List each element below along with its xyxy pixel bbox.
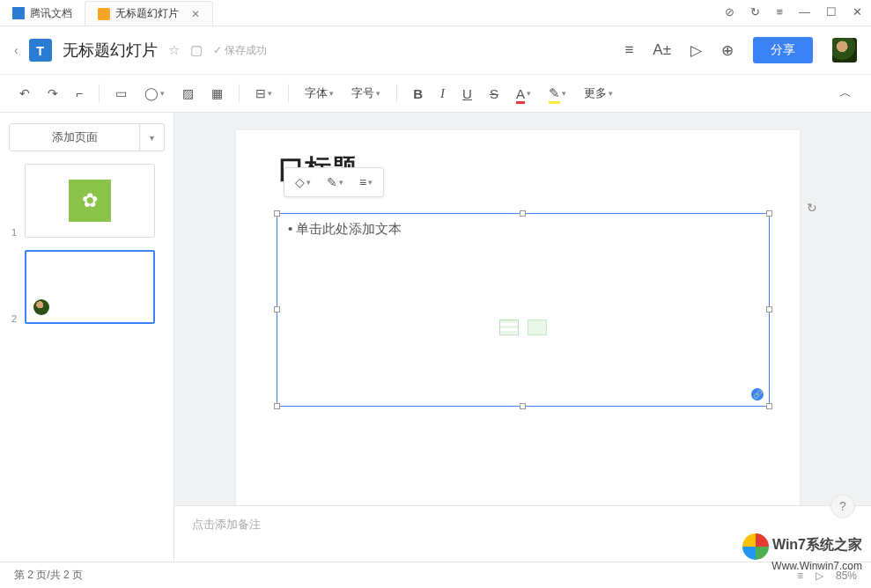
resize-handle[interactable] — [766, 306, 772, 312]
tab-label: 腾讯文档 — [30, 6, 72, 21]
size-selector[interactable]: 字号 ▾ — [344, 80, 388, 107]
resize-handle[interactable] — [520, 403, 526, 409]
underline-button[interactable]: U — [455, 81, 479, 107]
font-selector[interactable]: 字体 ▾ — [298, 80, 341, 107]
add-page-dropdown[interactable]: ▾ — [139, 124, 164, 151]
shape-button[interactable]: ◯▾ — [137, 81, 172, 106]
thumb-avatar — [33, 299, 49, 315]
text-style-icon[interactable]: A± — [653, 41, 671, 59]
undo-button[interactable]: ↶ — [12, 81, 37, 106]
table-button[interactable]: ▦ — [204, 81, 230, 106]
window-controls: ⊘ ↻ ≡ — ☐ ✕ — [725, 5, 862, 18]
strike-button[interactable]: S — [483, 81, 506, 107]
separator — [239, 84, 240, 103]
help-button[interactable]: ? — [830, 494, 855, 518]
thumb-row-1: 1 ✿ — [9, 164, 165, 238]
status-right: ≡ ▷ 85% — [797, 570, 857, 582]
resize-handle[interactable] — [766, 403, 772, 409]
star-icon[interactable]: ☆ — [168, 42, 180, 58]
canvas: 口标题 ◇ ▾ ✎ ▾ ≡ ▾ ↻ • 单击此处添加文本 — [174, 113, 871, 562]
slides-icon — [98, 8, 110, 20]
list-icon[interactable]: ≡ — [624, 41, 633, 59]
separator — [288, 84, 289, 103]
resize-handle[interactable] — [274, 403, 280, 409]
thumb-preview-image: ✿ — [69, 180, 111, 222]
tencent-docs-icon — [12, 7, 25, 19]
resize-handle[interactable] — [520, 210, 526, 217]
italic-button[interactable]: I — [433, 81, 452, 107]
refresh-icon[interactable]: ↻ — [750, 5, 760, 18]
zoom-value[interactable]: 85% — [836, 570, 857, 582]
resize-handle[interactable] — [274, 210, 280, 217]
more-button[interactable]: 更多 ▾ — [577, 80, 620, 107]
share-button[interactable]: 分享 — [753, 37, 813, 63]
block-icon[interactable]: ⊘ — [725, 5, 734, 18]
table-placeholder-icon[interactable] — [499, 320, 519, 335]
slide-thumb-1[interactable]: ✿ — [25, 164, 155, 238]
header-bar: ‹ T 无标题幻灯片 ☆ ▢ ✓ 保存成功 ≡ A± ▷ ⊕ 分享 — [0, 26, 871, 74]
fill-color-button[interactable]: ◇ ▾ — [288, 172, 318, 193]
tab-current-doc[interactable]: 无标题幻灯片 ✕ — [85, 1, 213, 26]
highlight-button[interactable]: ✎ ▾ — [542, 80, 573, 107]
main-area: 添加页面 ▾ 1 ✿ 2 口标题 ◇ ▾ ✎ ▾ ≡ ▾ ↻ — [0, 113, 871, 562]
tab-docs-home[interactable]: 腾讯文档 — [0, 1, 85, 26]
slide-panel: 添加页面 ▾ 1 ✿ 2 — [0, 113, 174, 562]
browser-tabs: 腾讯文档 无标题幻灯片 ✕ ⊘ ↻ ≡ — ☐ ✕ — [0, 0, 871, 26]
notes-area[interactable]: 点击添加备注 ? — [174, 505, 871, 562]
toolbar: ↶ ↷ ⌐ ▭ ◯▾ ▨ ▦ ⊟▾ 字体 ▾ 字号 ▾ B I U S A ▾ … — [0, 74, 871, 113]
thumb-number: 2 — [9, 313, 19, 324]
font-color-button[interactable]: A ▾ — [509, 81, 538, 107]
menu-icon[interactable]: ≡ — [776, 5, 783, 18]
tab-label: 无标题幻灯片 — [115, 6, 179, 21]
slide-thumb-2[interactable] — [25, 250, 155, 324]
format-painter-button[interactable]: ⌐ — [69, 81, 90, 106]
resize-handle[interactable] — [274, 306, 280, 312]
slide[interactable]: 口标题 ◇ ▾ ✎ ▾ ≡ ▾ ↻ • 单击此处添加文本 — [236, 130, 800, 562]
folder-icon[interactable]: ▢ — [190, 42, 203, 58]
textbox-button[interactable]: ▭ — [108, 81, 134, 106]
notes-toggle-icon[interactable]: ≡ — [797, 570, 803, 582]
add-page-button[interactable]: 添加页面 — [10, 124, 139, 151]
redo-button[interactable]: ↷ — [41, 81, 65, 106]
play-icon[interactable]: ▷ — [690, 41, 702, 60]
bold-button[interactable]: B — [406, 81, 430, 107]
header-actions: ≡ A± ▷ ⊕ 分享 — [624, 37, 857, 63]
present-icon[interactable]: ▷ — [816, 570, 823, 582]
close-icon[interactable]: ✕ — [191, 8, 200, 20]
page-info: 第 2 页/共 2 页 — [14, 568, 83, 583]
document-title: 无标题幻灯片 — [63, 40, 158, 61]
save-status: ✓ 保存成功 — [213, 43, 267, 58]
thumb-number: 1 — [9, 227, 19, 238]
body-placeholder[interactable]: • 单击此处添加文本 — [277, 214, 769, 245]
add-page-control: 添加页面 ▾ — [9, 123, 165, 151]
thumb-row-2: 2 — [9, 250, 165, 324]
check-icon: ✓ — [213, 44, 222, 56]
image-placeholder-icon[interactable] — [528, 320, 547, 335]
float-toolbar: ◇ ▾ ✎ ▾ ≡ ▾ — [284, 167, 384, 197]
resize-handle[interactable] — [766, 210, 772, 217]
border-button[interactable]: ✎ ▾ — [320, 172, 351, 193]
text-box[interactable]: • 单击此处添加文本 🔗 — [277, 213, 770, 407]
image-button[interactable]: ▨ — [175, 81, 201, 106]
link-badge-icon[interactable]: 🔗 — [751, 388, 764, 401]
app-logo: T — [29, 39, 52, 62]
collapse-button[interactable]: ︿ — [832, 80, 859, 107]
add-user-icon[interactable]: ⊕ — [721, 41, 734, 60]
separator — [99, 84, 100, 103]
minimize-icon[interactable]: — — [799, 5, 810, 18]
align-button[interactable]: ≡ ▾ — [352, 172, 380, 193]
back-button[interactable]: ‹ — [14, 43, 18, 57]
rotate-handle[interactable]: ↻ — [807, 201, 817, 215]
close-window-icon[interactable]: ✕ — [853, 5, 862, 18]
separator — [396, 84, 397, 103]
maximize-icon[interactable]: ☐ — [826, 5, 837, 18]
layout-button[interactable]: ⊟▾ — [248, 81, 279, 106]
notes-placeholder: 点击添加备注 — [192, 518, 261, 531]
avatar[interactable] — [832, 38, 857, 62]
status-bar: 第 2 页/共 2 页 ≡ ▷ 85% — [0, 562, 871, 588]
content-placeholders — [499, 320, 547, 335]
